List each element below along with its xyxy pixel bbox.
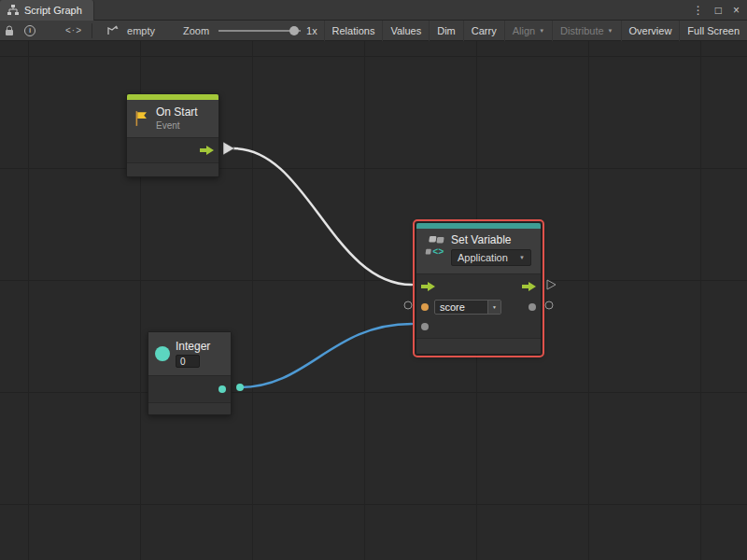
close-icon[interactable]: × — [733, 5, 740, 16]
relations-button-label: Relations — [332, 25, 375, 36]
setvariable-flow-out-marker[interactable] — [547, 280, 556, 289]
set-variable-icon: <> — [423, 233, 445, 261]
integer-icon — [155, 346, 170, 361]
flow-port-row — [416, 276, 541, 297]
wire-onstart-to-setvariable[interactable] — [233, 148, 412, 285]
align-dropdown-button[interactable]: Align▼ — [504, 21, 552, 41]
setvariable-right-port-marker[interactable] — [545, 301, 553, 309]
svg-text:<>: <> — [432, 247, 444, 258]
variable-scope-value: Application — [458, 252, 508, 263]
distribute-dropdown-button[interactable]: Distribute▼ — [552, 21, 620, 41]
lock-icon[interactable] — [5, 25, 14, 36]
zoom-slider-track[interactable] — [218, 30, 301, 32]
integer-value-field[interactable]: 0 — [176, 355, 200, 368]
carry-button[interactable]: Carry — [463, 21, 504, 41]
wire-integer-to-setvariable[interactable] — [240, 324, 412, 387]
relations-button[interactable]: Relations — [324, 21, 383, 41]
window-controls: ⋮ □ × — [693, 5, 747, 16]
integer-output-port[interactable] — [218, 385, 226, 393]
fullscreen-button-label: Full Screen — [687, 25, 740, 36]
node-subtitle: Event — [156, 120, 198, 132]
dropdown-caret-icon: ▼ — [539, 28, 544, 34]
variable-name-value: score — [435, 301, 487, 314]
graph-pointer-icon — [106, 25, 119, 36]
wires-layer — [0, 41, 747, 560]
fullscreen-button[interactable]: Full Screen — [679, 21, 747, 41]
code-icon[interactable]: <·> — [65, 25, 82, 35]
graph-canvas[interactable]: On Start Event <> — [0, 41, 747, 560]
node-titles: On Start Event — [156, 105, 198, 131]
node-title: Set Variable — [451, 233, 531, 246]
name-input-port[interactable] — [421, 303, 429, 311]
toolbar-separator — [92, 23, 92, 38]
node-header: Integer 0 — [148, 332, 231, 375]
node-footer — [416, 339, 541, 354]
values-button[interactable]: Values — [382, 21, 429, 41]
wire-start-dot-marker — [236, 384, 244, 391]
carry-button-label: Carry — [472, 25, 497, 36]
graph-icon — [7, 5, 19, 16]
node-header: On Start Event — [127, 100, 218, 137]
variable-name-dropdown[interactable]: ▼ — [487, 301, 500, 314]
variable-scope-dropdown[interactable]: Application ▼ — [451, 249, 531, 266]
distribute-button-label: Distribute — [560, 25, 603, 36]
dim-button[interactable]: Dim — [429, 21, 463, 41]
node-set-variable[interactable]: <> Set Variable Application ▼ — [416, 222, 542, 355]
tab-script-graph[interactable]: Script Graph — [0, 0, 94, 21]
dropdown-caret-icon: ▼ — [492, 304, 497, 310]
flow-input-port[interactable] — [421, 282, 435, 291]
value-input-port[interactable] — [421, 323, 429, 330]
node-on-start[interactable]: On Start Event — [126, 93, 219, 177]
align-button-label: Align — [513, 25, 535, 36]
zoom-label: Zoom — [183, 25, 209, 36]
node-ports — [148, 375, 231, 403]
toolbar: i <·> empty Zoom 1x Relations Values Dim… — [0, 21, 747, 41]
node-titles: Set Variable Application ▼ — [451, 233, 531, 266]
overview-button-label: Overview — [629, 25, 672, 36]
flag-icon — [134, 110, 150, 127]
node-header: <> Set Variable Application ▼ — [416, 229, 541, 273]
maximize-icon[interactable]: □ — [715, 5, 722, 16]
tab-title: Script Graph — [24, 5, 82, 16]
zoom-slider-knob[interactable] — [289, 26, 299, 35]
port-row — [127, 140, 218, 161]
menu-icon[interactable]: ⋮ — [693, 5, 704, 16]
node-ports — [127, 137, 218, 163]
node-title: Integer — [176, 340, 210, 353]
port-row — [148, 378, 231, 400]
graph-name-label: empty — [127, 25, 155, 36]
variable-name-field[interactable]: score ▼ — [434, 300, 501, 315]
dropdown-caret-icon: ▼ — [608, 28, 613, 34]
value-output-port[interactable] — [529, 303, 536, 311]
name-port-row: score ▼ — [416, 297, 541, 317]
node-integer[interactable]: Integer 0 — [148, 331, 232, 415]
node-footer — [127, 163, 218, 176]
zoom-value: 1x — [306, 25, 317, 36]
flow-output-port[interactable] — [522, 282, 536, 291]
value-port-row — [416, 317, 541, 336]
toolbar-buttons: Relations Values Dim Carry Align▼ Distri… — [324, 21, 747, 41]
wire-start-arrow-marker — [223, 142, 234, 155]
node-title: On Start — [156, 105, 198, 119]
values-button-label: Values — [390, 25, 421, 36]
node-ports: score ▼ — [416, 273, 541, 339]
dropdown-caret-icon: ▼ — [519, 255, 525, 260]
flow-output-port[interactable] — [200, 146, 214, 155]
titlebar: Script Graph ⋮ □ × — [0, 0, 747, 21]
dim-button-label: Dim — [437, 25, 456, 36]
node-footer — [148, 403, 231, 414]
node-titles: Integer 0 — [176, 340, 210, 368]
setvariable-left-port-marker[interactable] — [404, 301, 412, 309]
info-icon[interactable]: i — [24, 25, 35, 36]
zoom-slider[interactable] — [218, 25, 301, 36]
overview-button[interactable]: Overview — [621, 21, 680, 41]
